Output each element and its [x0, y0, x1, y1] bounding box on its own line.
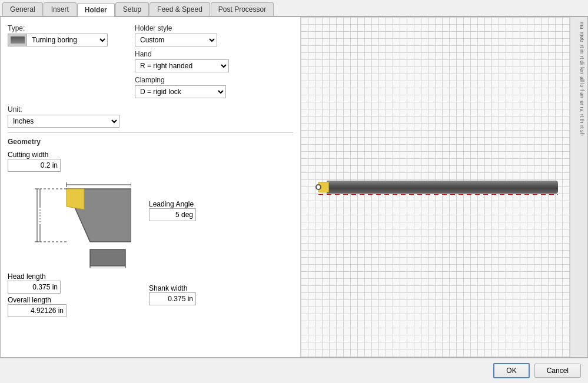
hand-label: Hand [135, 50, 293, 58]
geometry-title: Geometry [8, 138, 293, 146]
shank-width-input[interactable] [149, 292, 196, 305]
head-length-label: Head length [8, 272, 137, 281]
divider [8, 132, 293, 133]
tool-shank [327, 181, 558, 194]
diagram-container [8, 174, 137, 270]
tab-insert[interactable]: Insert [44, 2, 77, 16]
tab-bar: General Insert Holder Setup Feed & Speed… [0, 0, 588, 17]
overall-length-input[interactable] [8, 304, 67, 317]
type-label: Type: [8, 24, 125, 32]
type-select-wrapper[interactable]: Turning boring [8, 34, 108, 46]
dialog-container: General Insert Holder Setup Feed & Speed… [0, 0, 588, 383]
leading-angle-input[interactable] [149, 208, 196, 221]
side-text-len: len [573, 67, 585, 74]
holder-style-label: Holder style [135, 24, 293, 32]
type-icon [8, 34, 27, 46]
main-content: Type: Turning boring Holder [0, 17, 588, 358]
tool-holder-body [318, 181, 558, 194]
side-text-rt-di: rt di [573, 56, 585, 65]
overall-length-label: Overall length [8, 296, 137, 304]
side-text-all: all lo [573, 76, 585, 88]
unit-label: Unit: [8, 105, 293, 114]
svg-marker-4 [67, 189, 84, 209]
clamping-select[interactable]: D = rigid lock [135, 85, 226, 98]
clamping-label: Clamping [135, 76, 293, 84]
geometry-section: Geometry Cutting width [8, 138, 293, 319]
tab-general[interactable]: General [2, 2, 43, 16]
side-text-rt-in: rt in [573, 45, 585, 54]
head-length-input[interactable] [8, 281, 61, 294]
tool-visualization [318, 181, 558, 194]
tab-holder[interactable]: Holder [77, 3, 115, 16]
left-panel: Type: Turning boring Holder [1, 17, 301, 357]
right-panel: ma metr rt in rt di len all lo f an er r… [301, 17, 587, 357]
hand-select[interactable]: R = right handed [135, 59, 229, 72]
side-text-rt-th: rt th [573, 114, 585, 124]
cancel-button[interactable]: Cancel [534, 364, 581, 378]
side-text-fan: f an [573, 89, 585, 98]
cutting-width-input[interactable] [8, 159, 61, 172]
shank-width-label: Shank width [149, 284, 196, 292]
button-bar: OK Cancel [0, 358, 588, 383]
side-text-er-ra: er ra [573, 101, 585, 112]
geometry-diagram-svg [8, 174, 131, 268]
side-text-rt-sh: rt sh [573, 125, 585, 136]
holder-style-select[interactable]: Custom [135, 34, 217, 46]
side-text-metr: metr [573, 32, 585, 42]
type-select[interactable]: Turning boring [27, 34, 107, 46]
side-text-ma: ma [573, 22, 585, 29]
tool-tip-dot [315, 184, 321, 190]
cutting-width-label: Cutting width [8, 151, 137, 159]
side-text-panel: ma metr rt in rt di len all lo f an er r… [570, 17, 587, 357]
tab-setup[interactable]: Setup [115, 2, 149, 16]
ok-button[interactable]: OK [493, 363, 529, 378]
leading-angle-label: Leading Angle [149, 200, 196, 208]
tab-post-processor[interactable]: Post Processor [211, 2, 274, 16]
svg-rect-13 [90, 249, 125, 266]
unit-select[interactable]: Inches [8, 115, 119, 128]
tab-feed-speed[interactable]: Feed & Speed [150, 2, 210, 16]
type-icon-inner [11, 36, 25, 44]
tool-center-line [318, 194, 558, 195]
